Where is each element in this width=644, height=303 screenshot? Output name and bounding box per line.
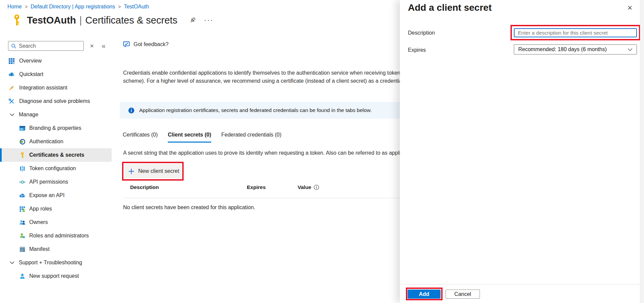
close-icon[interactable]: ✕ bbox=[627, 4, 633, 12]
add-button[interactable]: Add bbox=[408, 290, 441, 299]
feedback-icon bbox=[123, 41, 130, 48]
client-secrets-description: A secret string that the application use… bbox=[123, 150, 441, 156]
column-header-expires: Expires bbox=[247, 184, 266, 190]
panel-footer-divider bbox=[400, 284, 644, 285]
description-field-label: Description bbox=[408, 30, 435, 36]
new-client-secret-label: New client secret bbox=[138, 168, 179, 174]
add-client-secret-panel: Add a client secret ✕ Description Expire… bbox=[400, 0, 644, 303]
tab-client-secrets[interactable]: Client secrets (0) bbox=[168, 132, 211, 143]
expires-dropdown[interactable]: Recommended: 180 days (6 months) bbox=[514, 44, 637, 54]
info-icon bbox=[128, 107, 135, 114]
column-header-value-label: Value bbox=[298, 184, 311, 190]
got-feedback-label: Got feedback? bbox=[134, 41, 168, 47]
new-client-secret-button[interactable]: New client secret bbox=[124, 164, 182, 179]
column-header-description: Description bbox=[130, 184, 159, 190]
cancel-button[interactable]: Cancel bbox=[446, 290, 480, 299]
expires-field-label: Expires bbox=[408, 47, 426, 53]
panel-title: Add a client secret bbox=[408, 2, 492, 13]
description-input[interactable] bbox=[514, 28, 637, 37]
page-scrollbar[interactable] bbox=[640, 0, 644, 303]
tab-federated-credentials[interactable]: Federated credentials (0) bbox=[221, 132, 281, 143]
info-banner-text: Application registration certificates, s… bbox=[139, 107, 372, 113]
tab-certificates[interactable]: Certificates (0) bbox=[123, 132, 158, 143]
empty-table-message: No client secrets have been created for … bbox=[123, 204, 255, 211]
tab-bar: Certificates (0) Client secrets (0) Fede… bbox=[123, 132, 281, 143]
azure-portal-page: Home > Default Directory | App registrat… bbox=[0, 0, 644, 303]
column-header-value: Value bbox=[298, 184, 319, 190]
info-tooltip-icon[interactable] bbox=[314, 185, 319, 190]
expires-dropdown-value: Recommended: 180 days (6 months) bbox=[518, 46, 607, 52]
chevron-down-icon bbox=[628, 48, 633, 51]
plus-icon bbox=[128, 168, 135, 175]
got-feedback-button[interactable]: Got feedback? bbox=[123, 41, 168, 48]
